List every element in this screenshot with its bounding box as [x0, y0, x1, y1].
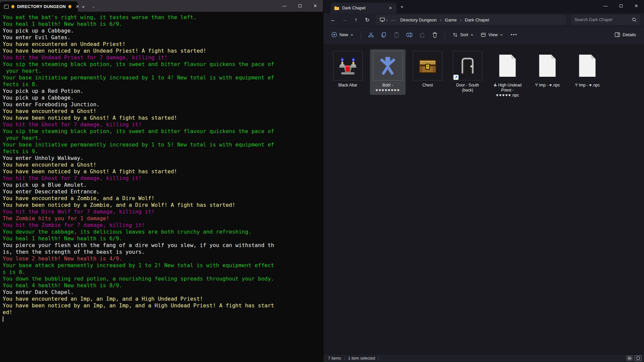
- breadcrumb[interactable]: › ··· Directory Dungeon › Game › Dark Ch…: [376, 15, 566, 25]
- terminal-log-line: Your base attack permanently increased b…: [3, 262, 323, 269]
- refresh-button[interactable]: ↻: [362, 15, 372, 24]
- chevron-right-icon: ›: [386, 17, 388, 22]
- terminal-log-line: You sip the steaming black potion, its s…: [3, 61, 323, 68]
- flame-icon: [11, 4, 15, 9]
- up-button[interactable]: ↑: [351, 15, 361, 24]
- terminal-cursor: [3, 316, 3, 322]
- terminal-log-line: You heal 4 health! New health is 8/9.: [3, 282, 323, 289]
- large-icons-view-button[interactable]: [635, 355, 641, 361]
- chest-icon: [417, 55, 438, 76]
- terminal-log-line: You hit the Zombie for 7 damage, killing…: [3, 222, 323, 229]
- svg-text:A: A: [408, 34, 410, 37]
- chevron-right-icon: ›: [439, 17, 442, 22]
- navigation-bar: ← → ↑ ↻ › ··· Directory Dungeon › Game ›…: [323, 13, 644, 26]
- terminal-log-line: You lose 2 health! New health is 4/9.: [3, 255, 323, 262]
- close-button[interactable]: ✕: [629, 0, 644, 11]
- door-iconbox: [453, 51, 482, 80]
- terminal-log-line: You sip the steaming black potion, its s…: [3, 128, 323, 135]
- file-tile[interactable]: Door - South (back): [450, 49, 485, 95]
- maximize-button[interactable]: [292, 0, 308, 12]
- search-icon: [632, 17, 637, 22]
- explorer-window: Dark Chapel ✕ + — ✕ ← → ↑ ↻ › ··· Direct…: [323, 0, 644, 362]
- terminal-log-line: You heal 1 health! New health is 6/9.: [3, 235, 323, 242]
- breadcrumb-item-directory-dungeon[interactable]: Directory Dungeon: [398, 17, 438, 23]
- folder-icon: [334, 6, 339, 10]
- view-button[interactable]: View: [477, 30, 506, 40]
- cut-button[interactable]: [365, 29, 377, 40]
- selection-count: 1 item selected: [348, 356, 375, 361]
- npc-file-icon: [538, 54, 557, 78]
- terminal-log-line: You have been noticed by a Ghost! A figh…: [3, 168, 323, 175]
- delete-button[interactable]: [429, 29, 441, 40]
- file-tile[interactable]: High Undead Priest - ♥♥♥♥♥.npc: [490, 49, 525, 100]
- chevron-down-icon: [351, 34, 353, 36]
- file-tile[interactable]: Black Altar: [330, 49, 366, 90]
- tab-close-icon[interactable]: ✕: [387, 6, 394, 10]
- item-count: 7 items: [328, 356, 341, 361]
- terminal-log-line: You devour the cabbage, its delicious le…: [3, 229, 323, 235]
- share-button[interactable]: [416, 29, 428, 40]
- view-icon: [481, 32, 486, 38]
- file-label: Imp - ♥.npc: [575, 83, 600, 88]
- file-label: Bob! - ♥♥♥♥♥♥♥♥: [371, 83, 405, 93]
- close-button[interactable]: ✕: [308, 0, 323, 12]
- doc-iconbox: [533, 51, 562, 80]
- terminal-log-line: You enter Unholy Walkway.: [3, 155, 323, 162]
- terminal-tab-title: DIRECTORY DUNGEON: [17, 4, 66, 9]
- share-icon: [419, 32, 425, 38]
- sort-button[interactable]: Sort: [449, 30, 477, 40]
- forward-button[interactable]: →: [339, 15, 350, 24]
- breadcrumb-item-game[interactable]: Game: [443, 17, 459, 23]
- black-altar-icon: [337, 55, 358, 76]
- maximize-button[interactable]: [613, 0, 629, 11]
- door-icon: [457, 55, 478, 76]
- terminal-log-line: You enter Foreboding Junction.: [3, 101, 323, 108]
- breadcrumb-item-dark-chapel[interactable]: Dark Chapel: [463, 17, 491, 23]
- doc-iconbox: [573, 51, 602, 80]
- terminal-tab[interactable]: DIRECTORY DUNGEON ✕: [0, 1, 78, 12]
- file-tile[interactable]: Chest: [410, 49, 445, 90]
- details-pane-button[interactable]: Details: [611, 30, 639, 40]
- file-tile[interactable]: Bob! - ♥♥♥♥♥♥♥♥: [370, 49, 406, 95]
- details-view-button[interactable]: [626, 355, 633, 361]
- rename-button[interactable]: A: [403, 29, 415, 40]
- scissors-icon: [368, 32, 374, 38]
- terminal-log-line: You hit the Dire Wolf for 7 damage, kill…: [3, 208, 323, 215]
- terminal-log-line: You hit the Ghost for 7 damage, killing …: [3, 121, 323, 128]
- this-pc-icon: [380, 17, 385, 22]
- terminal-log-line: The Zombie hits you for 1 damage!: [3, 215, 323, 222]
- copy-button[interactable]: [378, 29, 390, 40]
- file-label: Black Altar: [338, 83, 358, 88]
- new-button[interactable]: New: [328, 29, 357, 40]
- file-tile[interactable]: Imp - ♥.npc: [570, 49, 605, 90]
- flame-icon: [68, 4, 72, 9]
- terminal-log-line: your heart.: [3, 135, 323, 141]
- trident-icon: [575, 83, 578, 87]
- terminal-log-line: You have encountered a Ghost!: [3, 108, 323, 115]
- terminal-log-line: You hit the Ghost for 7 damage, killing …: [3, 175, 323, 182]
- minimize-button[interactable]: —: [598, 0, 613, 11]
- heart-icon: ♥: [589, 83, 592, 87]
- explorer-tab[interactable]: Dark Chapel ✕: [331, 3, 396, 13]
- minimize-button[interactable]: —: [277, 0, 292, 12]
- details-pane-icon: [614, 32, 620, 37]
- search-input[interactable]: Search Dark Chapel: [571, 15, 640, 25]
- new-tab-button[interactable]: +: [78, 1, 89, 12]
- chevron-right-icon: ›: [459, 17, 462, 22]
- file-label: Chest: [422, 83, 433, 88]
- more-options-button[interactable]: •••: [507, 32, 522, 37]
- heart-icon: ♥♥♥♥♥♥♥♥: [376, 88, 400, 93]
- file-label: Imp - ♥.npc: [535, 83, 560, 88]
- npc-file-icon: [498, 54, 517, 78]
- chevron-down-icon[interactable]: ⌄: [89, 1, 98, 12]
- breadcrumb-overflow[interactable]: ···: [389, 17, 397, 23]
- terminal-log-line: You have been noticed by an Undead Pries…: [3, 48, 323, 54]
- terminal-log-line: You have been noticed by an Imp, an Imp,…: [3, 302, 323, 309]
- file-tile[interactable]: Imp - ♥.npc: [530, 49, 565, 90]
- new-tab-button[interactable]: +: [396, 0, 408, 13]
- paste-button[interactable]: [390, 29, 402, 40]
- trident-icon: [535, 83, 538, 87]
- back-button[interactable]: ←: [328, 15, 338, 24]
- terminal-log-line: You pick up a Cabbage.: [3, 95, 323, 101]
- chevron-down-icon: [471, 34, 473, 36]
